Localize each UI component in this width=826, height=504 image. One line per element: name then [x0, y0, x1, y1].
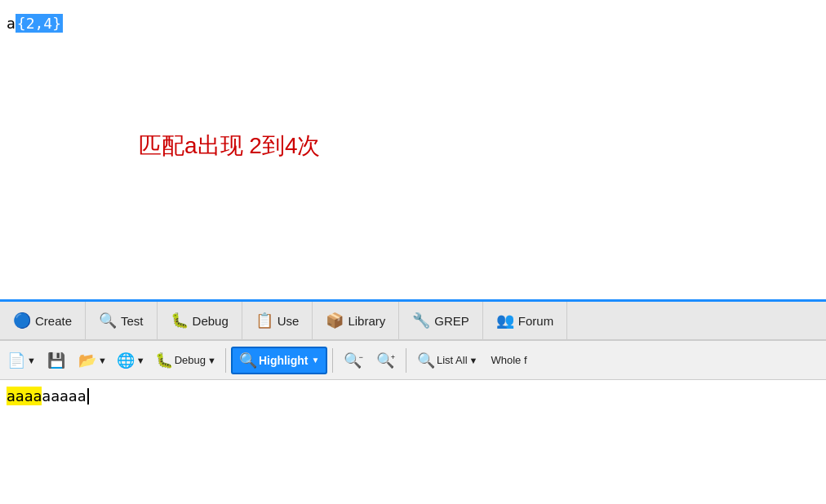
highlight-dropdown-arrow: ▼: [312, 356, 320, 365]
list-all-icon: 🔍: [417, 351, 435, 369]
zoom-in-plus: +: [391, 353, 395, 361]
highlight-button[interactable]: 🔍 Highlight ▼: [231, 347, 328, 374]
separator-2: [332, 348, 333, 373]
debug-btn-icon: 🐛: [155, 351, 173, 369]
zoom-out-button[interactable]: 🔍 −: [338, 347, 368, 374]
zoom-in-button[interactable]: 🔍 +: [371, 347, 401, 374]
list-all-label: List All: [437, 354, 468, 366]
tab-create[interactable]: 🔵 Create: [0, 302, 86, 339]
separator-1: [225, 348, 226, 373]
tab-grep[interactable]: 🔧 GREP: [399, 302, 483, 339]
new-dropdown-arrow: ▼: [27, 356, 36, 365]
save-icon: 💾: [47, 351, 65, 369]
cursor: [87, 388, 89, 405]
highlight-search-icon: 🔍: [239, 351, 257, 369]
toolbar: 📄 ▼ 💾 📂 ▼ 🌐 ▼ 🐛 Debug ▼ 🔍 Highlight ▼ 🔍 …: [0, 341, 826, 380]
web-icon: 🌐: [117, 351, 135, 369]
code-highlight: {2,4}: [16, 14, 63, 33]
open-button[interactable]: 📂 ▼: [74, 347, 111, 374]
annotation-text: 匹配a出现 2到4次: [139, 130, 321, 161]
web-button[interactable]: 🌐 ▼: [113, 347, 149, 374]
new-file-icon: 📄: [7, 351, 25, 369]
code-prefix: a: [7, 15, 16, 32]
web-dropdown-arrow: ▼: [136, 356, 145, 365]
whole-file-button[interactable]: Whole f: [485, 347, 532, 374]
grep-icon: 🔧: [412, 312, 430, 329]
editor-area: a{2,4} 匹配a出现 2到4次: [0, 0, 826, 302]
list-all-button[interactable]: 🔍 List All ▼: [411, 347, 483, 374]
highlighted-match: aaaa: [7, 387, 42, 405]
library-icon: 📦: [326, 312, 344, 329]
tab-library[interactable]: 📦 Library: [313, 302, 399, 339]
new-file-button[interactable]: 📄 ▼: [3, 347, 40, 374]
debug-label: Debug: [175, 354, 206, 366]
highlight-label: Highlight: [259, 354, 309, 367]
separator-3: [406, 348, 406, 373]
tab-debug[interactable]: 🐛 Debug: [158, 302, 242, 339]
create-icon: 🔵: [13, 312, 31, 329]
debug-icon: 🐛: [171, 312, 189, 329]
forum-icon: 👥: [496, 312, 514, 329]
tab-forum[interactable]: 👥 Forum: [483, 302, 567, 339]
debug-dropdown-arrow: ▼: [207, 356, 216, 365]
save-button[interactable]: 💾: [42, 347, 73, 374]
whole-file-label: Whole f: [491, 354, 526, 366]
list-all-dropdown-arrow: ▼: [469, 356, 478, 365]
normal-text: aaaaa: [42, 387, 86, 405]
search-input-line: aaaaaaaaa: [7, 387, 89, 405]
test-icon: 🔍: [99, 312, 117, 329]
tab-use[interactable]: 📋 Use: [242, 302, 313, 339]
debug-button[interactable]: 🐛 Debug ▼: [151, 347, 220, 374]
open-icon: 📂: [78, 351, 96, 369]
code-line: a{2,4}: [7, 15, 63, 32]
input-area[interactable]: aaaaaaaaa: [0, 380, 826, 502]
tab-test[interactable]: 🔍 Test: [86, 302, 158, 339]
tab-bar: 🔵 Create 🔍 Test 🐛 Debug 📋 Use 📦 Library …: [0, 302, 826, 341]
zoom-out-minus: −: [358, 353, 362, 361]
use-icon: 📋: [255, 312, 273, 329]
open-dropdown-arrow: ▼: [98, 356, 107, 365]
